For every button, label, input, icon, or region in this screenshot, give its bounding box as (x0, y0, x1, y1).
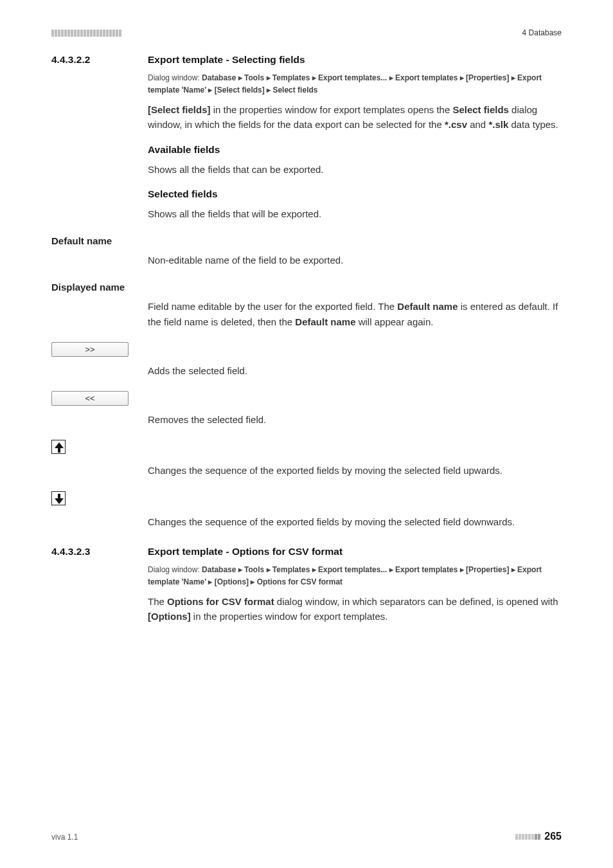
dialog-path: Dialog window: Database ▸ Tools ▸ Templa… (148, 72, 562, 96)
move-down-button[interactable] (51, 491, 66, 505)
move-up-text: Changes the sequence of the exported fie… (148, 463, 562, 478)
subheading-available-fields: Available fields (148, 144, 562, 156)
page-number: 265 (544, 831, 562, 842)
section-intro: [Select fields] in the properties window… (148, 102, 562, 132)
term-displayed-name-text: Field name editable by the user for the … (148, 299, 562, 329)
footer-ornament (515, 834, 540, 840)
section-number: 4.4.3.2.2 (51, 54, 148, 66)
section-title: Export template - Selecting fields (148, 54, 305, 66)
dialog-path: Dialog window: Database ▸ Tools ▸ Templa… (148, 564, 562, 588)
remove-field-button[interactable]: << (51, 391, 129, 406)
move-down-text: Changes the sequence of the exported fie… (148, 514, 562, 529)
svg-marker-0 (55, 442, 64, 453)
section-title: Export template - Options for CSV format (148, 546, 342, 557)
term-default-name-label: Default name (51, 235, 562, 246)
add-field-button[interactable]: >> (51, 342, 129, 357)
svg-marker-1 (55, 494, 64, 504)
section-number: 4.4.3.2.3 (51, 546, 148, 557)
term-default-name-text: Non-editable name of the field to be exp… (148, 253, 562, 267)
header-ornament (51, 30, 121, 37)
running-header: 4 Database (522, 28, 562, 37)
footer-version: viva 1.1 (51, 833, 78, 842)
remove-field-text: Removes the selected field. (148, 412, 562, 427)
move-up-button[interactable] (51, 440, 66, 454)
add-field-text: Adds the selected field. (148, 363, 562, 378)
section-intro: The Options for CSV format dialog window… (148, 594, 562, 624)
selected-fields-text: Shows all the fields that will be export… (148, 206, 562, 221)
subheading-selected-fields: Selected fields (148, 188, 562, 200)
available-fields-text: Shows all the fields that can be exporte… (148, 162, 562, 177)
term-displayed-name-label: Displayed name (51, 282, 562, 293)
